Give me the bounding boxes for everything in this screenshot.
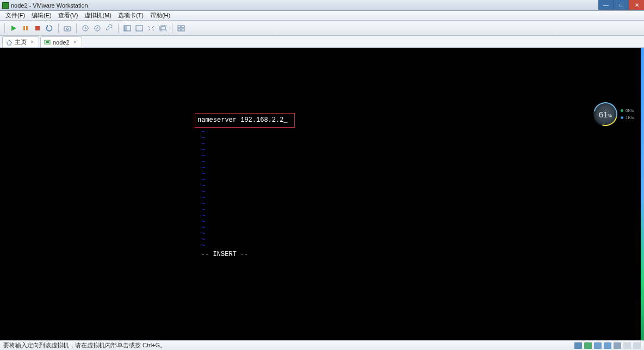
suspend-button[interactable] xyxy=(20,23,31,34)
upload-dot-icon xyxy=(621,109,623,112)
tab-home-label: 主页 xyxy=(15,38,27,46)
svg-rect-1 xyxy=(23,26,25,30)
wrench-icon xyxy=(106,24,113,32)
tray-sound-icon[interactable] xyxy=(614,342,621,349)
maximize-button[interactable]: □ xyxy=(614,0,629,10)
tray-display-icon[interactable] xyxy=(633,342,641,349)
editor-content-line: nameserver 192.168.2.2 xyxy=(197,116,283,124)
home-icon xyxy=(6,39,13,46)
tray-hdd-icon[interactable] xyxy=(574,342,582,349)
svg-rect-14 xyxy=(178,26,181,28)
status-hint: 要将输入定向到该虚拟机，请在虚拟机内部单击或按 Ctrl+G。 xyxy=(3,341,166,349)
guest-display[interactable]: nameserver 192.168.2.2_ ~~~~~~~~~~~~~~~~… xyxy=(0,48,644,340)
svg-rect-16 xyxy=(178,29,181,31)
editor-highlight-box: nameserver 192.168.2.2_ xyxy=(195,113,295,128)
toolbar-separator xyxy=(58,23,59,33)
vertical-scrollbar[interactable] xyxy=(641,48,644,340)
editor-tilde: ~ xyxy=(201,243,205,249)
editor-tilde-lines: ~~~~~~~~~~~~~~~~~~~~ xyxy=(201,129,205,249)
menu-file[interactable]: 文件(F) xyxy=(2,11,28,20)
tray-usb-icon[interactable] xyxy=(604,342,611,349)
text-cursor: _ xyxy=(283,117,287,123)
minimize-button[interactable]: — xyxy=(598,0,614,10)
perf-gauge: 61% xyxy=(593,102,617,126)
tray-cd-icon[interactable] xyxy=(584,342,592,349)
tab-node2-label: node2 xyxy=(53,39,70,46)
stop-button[interactable] xyxy=(32,23,43,34)
perf-net-rates: 0K/s 1K/s xyxy=(621,108,634,120)
status-bar: 要将输入定向到该虚拟机，请在虚拟机内部单击或按 Ctrl+G。 xyxy=(0,340,644,350)
svg-rect-11 xyxy=(136,26,143,31)
tab-node2[interactable]: node2 × xyxy=(40,36,82,47)
tab-strip: 主页 × node2 × xyxy=(0,36,644,48)
restart-icon xyxy=(46,24,53,32)
svg-rect-3 xyxy=(35,26,40,30)
menu-help[interactable]: 帮助(H) xyxy=(147,11,174,20)
restart-button[interactable] xyxy=(44,23,55,34)
status-tray xyxy=(574,342,641,349)
menu-tabs[interactable]: 选项卡(T) xyxy=(115,11,147,20)
tray-printer-icon[interactable] xyxy=(623,342,631,349)
window-title: node2 - VMware Workstation xyxy=(11,2,88,9)
play-icon xyxy=(10,25,17,32)
tab-home-close[interactable]: × xyxy=(29,39,35,46)
fullscreen-button[interactable] xyxy=(122,23,133,34)
toolbar xyxy=(0,21,644,36)
stretch-button[interactable] xyxy=(158,23,169,34)
svg-rect-17 xyxy=(182,29,184,31)
svg-rect-19 xyxy=(46,41,49,43)
snapshot-take-button[interactable] xyxy=(80,23,91,34)
upload-rate: 0K/s xyxy=(626,108,634,113)
tray-net-icon[interactable] xyxy=(594,342,602,349)
unity-button[interactable] xyxy=(134,23,145,34)
svg-rect-5 xyxy=(64,27,71,31)
snapshot-revert-button[interactable] xyxy=(92,23,103,34)
thumbnail-icon xyxy=(177,25,185,32)
menu-view[interactable]: 查看(V) xyxy=(55,11,82,20)
snapshot-manage-button[interactable] xyxy=(104,23,115,34)
toolbar-separator xyxy=(118,23,119,33)
svg-point-6 xyxy=(66,28,69,30)
svg-rect-12 xyxy=(161,27,165,30)
toolbar-separator xyxy=(172,23,172,33)
stop-icon xyxy=(34,25,41,32)
tab-home[interactable]: 主页 × xyxy=(2,36,39,47)
clock-icon xyxy=(82,24,89,32)
perf-gauge-widget[interactable]: 61% 0K/s 1K/s xyxy=(593,102,634,126)
tab-node2-close[interactable]: × xyxy=(72,39,78,46)
unity-icon xyxy=(135,25,143,32)
svg-rect-15 xyxy=(182,26,184,28)
toolbar-separator xyxy=(76,23,77,33)
vm-icon xyxy=(44,39,51,46)
thumbnail-button[interactable] xyxy=(176,23,187,34)
power-on-button[interactable] xyxy=(8,23,19,34)
snapshot-button[interactable] xyxy=(62,23,73,34)
clock-back-icon xyxy=(94,24,101,32)
download-dot-icon xyxy=(621,116,623,119)
svg-rect-2 xyxy=(26,26,28,30)
window-titlebar: node2 - VMware Workstation — □ ✕ xyxy=(0,0,644,11)
close-button[interactable]: ✕ xyxy=(629,0,644,10)
menu-bar: 文件(F) 编辑(E) 查看(V) 虚拟机(M) 选项卡(T) 帮助(H) xyxy=(0,11,644,21)
window-controls: — □ ✕ xyxy=(598,0,644,10)
svg-rect-10 xyxy=(124,26,127,31)
menu-edit[interactable]: 编辑(E) xyxy=(28,11,55,20)
app-icon xyxy=(2,2,9,9)
download-rate: 1K/s xyxy=(626,115,634,120)
perf-gauge-value: 61% xyxy=(599,110,612,119)
svg-marker-0 xyxy=(11,26,16,31)
fit-icon xyxy=(147,25,155,32)
editor-status-line: -- INSERT -- xyxy=(201,252,248,258)
toolbar-separator xyxy=(4,23,5,33)
pause-icon xyxy=(22,25,29,32)
fullscreen-icon xyxy=(123,25,131,32)
menu-vm[interactable]: 虚拟机(M) xyxy=(81,11,115,20)
fit-guest-button[interactable] xyxy=(146,23,157,34)
stretch-icon xyxy=(159,25,167,32)
camera-icon xyxy=(64,25,71,32)
